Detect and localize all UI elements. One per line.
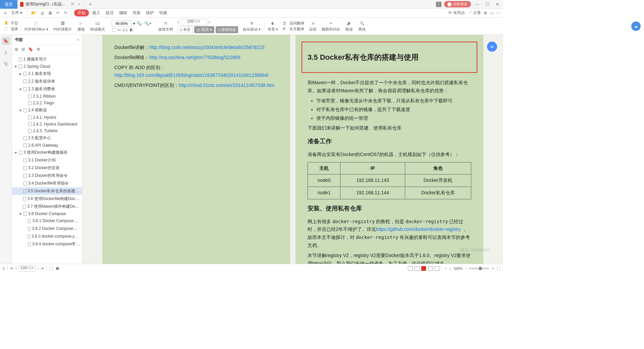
zoom-in-icon[interactable]: 🔍+ (144, 21, 152, 26)
continuous-mode[interactable]: ≡ 连续阅读 (216, 26, 238, 33)
bookmark-item[interactable]: 3.4 Dockerfile常用指令 (12, 180, 82, 187)
bookmark-item[interactable]: 3.7 使用Maven插件构建Docker镜像 (12, 203, 82, 210)
bookmark-item[interactable]: ▾2.4 熔断器 (12, 106, 82, 114)
menu-start[interactable]: 开始 (74, 9, 89, 16)
fit-height-icon[interactable]: ↕ (449, 266, 451, 270)
print-icon[interactable]: 🖶 (47, 11, 54, 15)
thumbnails-rail-icon[interactable]: ▯ (2, 48, 10, 56)
undo-icon[interactable]: ↶ (55, 11, 61, 15)
login-button[interactable]: 访客登录 (444, 1, 471, 7)
next-page-icon[interactable]: › (38, 266, 39, 270)
pdf-to-office[interactable]: 📄PDF转Office ▾ (22, 20, 50, 32)
more-icon[interactable]: ⋯ (496, 11, 500, 15)
bookmark-item[interactable]: 2.4.1. Hystrix (12, 114, 82, 121)
redo-icon[interactable]: ↷ (62, 11, 68, 15)
bookmark-item[interactable]: ▸2.1 服务发现 (12, 70, 82, 78)
bookmark-item[interactable]: ▾2 Spring Cloud (12, 63, 82, 70)
find[interactable]: 🔍查找 (356, 20, 368, 32)
menu-convert[interactable]: 转换 (157, 10, 169, 16)
bookmark-item[interactable]: 1 微服务简介 (12, 55, 82, 63)
notification-badge[interactable]: 1 (436, 2, 441, 7)
tab-close-icon[interactable]: × (76, 2, 82, 7)
view-mode-4[interactable] (428, 266, 433, 271)
document-area[interactable]: AI Dockerfile讲解：http://blog.csdn.net/wss… (83, 35, 503, 264)
collapse-all-icon[interactable]: ⊟ (21, 47, 25, 52)
link[interactable]: http://cloud.51cto.com/art/201411/457338… (179, 83, 275, 88)
status-page-input[interactable]: 120/154 (19, 265, 36, 271)
hand-tool[interactable]: ✋手型 (4, 21, 18, 26)
last-page-icon[interactable]: ⇥ (41, 266, 44, 270)
rotate-document[interactable]: ⟲旋转文档 (156, 20, 175, 32)
read-mode[interactable]: 📖阅读模式 (88, 20, 107, 32)
sync-status[interactable]: ⟳ 未同步 (448, 10, 465, 16)
open-icon[interactable]: 📂 (30, 11, 38, 15)
file-menu[interactable]: 文件 ▾ (9, 10, 24, 16)
bookmark-item[interactable]: 2.4.3. Turbine (12, 128, 82, 134)
fit-width-icon[interactable]: ↔ (444, 266, 447, 270)
bookmark-item[interactable]: 3.8.3 docker-compose.yml常用命令 (12, 233, 82, 240)
word-translate[interactable]: 文划词翻译 (283, 21, 304, 26)
bookmark-item[interactable]: 3.8.4 docker-compose常用命令 (12, 240, 82, 248)
maximize-icon[interactable]: ☐ (484, 2, 491, 7)
zoom-in-icon[interactable]: ＋ (491, 266, 495, 271)
menu-insert[interactable]: 插入 (90, 10, 102, 16)
single-page-mode[interactable]: ▯ 单页 (178, 26, 193, 33)
link[interactable]: http://blog.csdn.net/wsscy2004/article/d… (149, 45, 264, 50)
home-tab[interactable]: 首页 (0, 0, 17, 9)
read-aloud[interactable]: 🔊朗读 (343, 20, 355, 32)
background[interactable]: ◐背景 ▾ (266, 20, 280, 32)
bookmark-close-icon[interactable]: × (77, 38, 79, 42)
screenshot-compare[interactable]: ✂截图和对比 (320, 20, 342, 32)
bookmark-item[interactable]: 3.1 Docker介绍 (12, 156, 82, 164)
hamburger-icon[interactable]: ≡ (3, 11, 8, 15)
full-translate[interactable]: A全文翻译 (283, 27, 304, 32)
bookmark-item[interactable]: 2.3.1 Ribbon (12, 93, 82, 100)
zoom-out-icon[interactable]: − (465, 266, 467, 270)
bookmark-item[interactable]: 3.2 Docker的安装 (12, 164, 82, 172)
file-tab[interactable]: 使用SpringCl...r实战微服务.pdf ⇱ × (17, 0, 85, 9)
bookmark-item[interactable]: 3.3 Docker的常用命令 (12, 172, 82, 180)
menu-protect[interactable]: 保护 (144, 10, 156, 16)
bookmark-item[interactable]: 2.4.2. Hystrix Dashboard (12, 121, 82, 128)
tab-unpin-icon[interactable]: ⇱ (71, 2, 74, 7)
select-tool[interactable]: ⬚选择 (4, 27, 18, 32)
view-mode-2[interactable] (415, 266, 419, 271)
bookmark-item[interactable]: 2.5 配置中心 (12, 134, 82, 142)
settings-icon[interactable]: ⚙ (484, 11, 487, 15)
bookmark-item[interactable]: 3.5 Docker私有仓库的搭建与使用 (12, 187, 82, 195)
fit-page-icon[interactable]: ▭ (117, 28, 121, 32)
menu-edit[interactable]: 编辑 (117, 10, 129, 16)
double-page-mode[interactable]: ▯▯ 双页 ▾ (194, 26, 214, 33)
view-mode-3[interactable] (421, 266, 426, 271)
prev-page-icon[interactable]: ‹ (15, 266, 17, 270)
link[interactable]: https://github.com/docker/docker-registr… (376, 227, 461, 232)
bookmark-item[interactable]: ▾2.3 服务消费者 (12, 85, 82, 93)
fit-width-icon[interactable]: ⛶ (112, 28, 115, 32)
auto-scroll[interactable]: ⇵自动滚动 ▾ (241, 20, 263, 32)
new-tab-button[interactable]: ＋ (85, 1, 96, 7)
bookmark-item[interactable]: 3.6 使用Dockerfile构建Docker镜像 (12, 195, 82, 203)
prev-page-icon[interactable]: ‹ (178, 20, 179, 24)
bookmarks-rail-icon[interactable]: 🔖 (2, 37, 10, 45)
save-icon[interactable]: 🖨 (39, 11, 46, 15)
attachments-rail-icon[interactable]: 📎 (2, 60, 10, 68)
zoom-slider[interactable] (469, 268, 489, 269)
zoom-input[interactable] (112, 20, 132, 27)
link[interactable]: http://blog.163.com/digoal@126/blog/stat… (114, 72, 268, 78)
page-input[interactable]: 120/154 (180, 19, 207, 26)
share-button[interactable]: ↗ 分享 (468, 10, 481, 16)
bookmark-item[interactable]: 2.6 API Gateway (12, 142, 82, 149)
bookmark-item[interactable]: 2.2 服务提供者 (12, 78, 82, 85)
window-icon[interactable]: ▭ (490, 11, 494, 15)
ai-assistant-icon[interactable]: AI (487, 42, 497, 52)
view-mode-5[interactable] (435, 266, 439, 271)
minimize-icon[interactable]: — (474, 2, 481, 7)
zoom-out-icon[interactable]: 🔍- (137, 21, 143, 26)
play-button[interactable]: ▷播放 (75, 20, 87, 32)
thumb-icon[interactable]: ▦ (56, 266, 59, 270)
menu-annotate[interactable]: 批注 (104, 10, 116, 16)
compress[interactable]: ⇲压缩 (307, 20, 318, 32)
pdf-to-image[interactable]: 🖼PDF转图片 (52, 20, 74, 32)
menu-page[interactable]: 页面 (130, 10, 143, 16)
sidebar-toggle-icon[interactable]: ▯ (3, 266, 5, 270)
